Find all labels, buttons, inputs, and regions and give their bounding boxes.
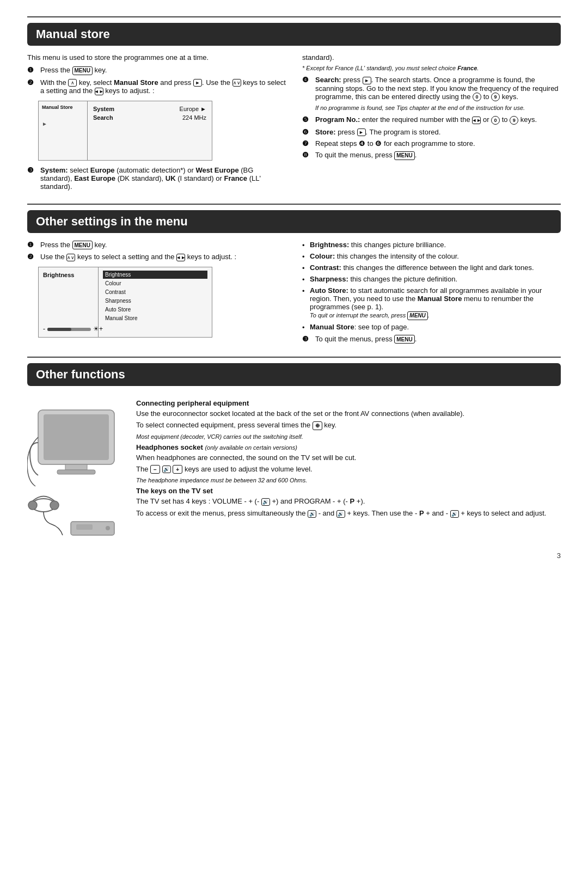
step-2-content: With the ∧ key, select Manual Store and … [40,78,286,95]
brightness-bar [47,328,91,331]
bullet-contrast-text: Contrast: this changes the difference be… [310,264,534,272]
step-3-num: ❸ [27,166,37,174]
search-right-arrow: ► [363,77,371,84]
brightness-label: Brightness [43,272,94,278]
other-settings-section: Other settings in the menu ❶ Press the M… [27,204,561,347]
bullet-contrast: • Contrast: this changes the difference … [302,264,561,272]
standard-note: standard). [302,53,561,62]
leftright-arrow: ◄► [95,88,103,95]
step-1: ❶ Press the MENU key. [27,66,286,75]
functions-text-content: Connecting peripheral equipment Use the … [136,399,561,541]
step-7: ❼ Repeat steps ❹ to ❻ for each programme… [302,139,561,148]
menu-sharpness: Sharpness [103,297,207,305]
step-4-num: ❹ [302,76,312,84]
step-3-content: System: select Europe (automatic detecti… [40,166,286,191]
no-programme-note: If no programme is found, see Tips chapt… [315,105,561,111]
brightness-row: - ☀ + [43,325,94,333]
search-value: 224 MHz [182,114,206,121]
bullet-dot-1: • [302,241,308,249]
bullet-autostore: • Auto Store: to start automatic search … [302,286,561,320]
step-5: ❺ Program No.: enter the required number… [302,115,561,125]
step-6-num: ❻ [302,128,312,136]
connecting-heading: Connecting peripheral equipment [136,399,561,407]
step-7-content: Repeat steps ❹ to ❻ for each programme t… [315,139,561,148]
menu-manualstore: Manual Store [103,314,207,322]
manual-store-content: This menu is used to store the programme… [27,53,561,194]
bullet-dot-5: • [302,287,308,295]
menu-brightness: Brightness [103,271,207,279]
step-5-content: Program No.: enter the required number w… [315,115,561,125]
step-8-num: ❽ [302,151,312,159]
search-label: Search [93,114,113,121]
headphones-para2: The − 🔊 + keys are used to adjust the vo… [136,465,561,474]
manual-store-right: standard). * Except for France (LL' stan… [302,53,561,194]
step-8: ❽ To quit the menus, press MENU. [302,151,561,160]
svg-rect-1 [44,414,109,460]
vol-sym-1: 🔊 [261,498,270,506]
diagram-left-label: Manual Store [42,105,84,110]
updown-arrow: ∧∨ [232,79,241,87]
plus-vol-key: + [173,465,182,474]
step-7-num: ❼ [302,139,312,148]
svg-rect-3 [57,470,95,474]
store-right-arrow: ► [357,128,366,136]
menu-key: MENU [72,66,93,75]
bullet-sharpness-text: Sharpness: this changes the picture defi… [310,275,457,283]
menu-key-3: MENU [72,241,93,249]
system-value: Europe ► [180,106,206,112]
menu-key-2: MENU [394,151,414,160]
menu-colour: Colour [103,279,207,287]
step-5-num: ❺ [302,115,312,124]
key-0: 0 [473,93,481,101]
bullet-colour-text: Colour: this changes the intensity of th… [310,252,459,260]
system-label: System [93,106,114,112]
headphones-para1: When headphones are connected, the sound… [136,454,561,462]
s-step-2-content: Use the ∧∨ keys to select a setting and … [40,253,286,261]
bullet-autostore-text: Auto Store: to start automatic search fo… [310,286,561,320]
connecting-para2: To select connected equipment, press sev… [136,421,561,430]
key-9: 9 [491,93,500,101]
s-step-2-num: ❷ [27,253,37,261]
bullet-colour: • Colour: this changes the intensity of … [302,252,561,261]
bullet-manualstore-text: Manual Store: see top of page. [310,323,409,331]
vol-icon: 🔊 [162,465,171,473]
step-3: ❸ System: select Europe (automatic detec… [27,166,286,191]
svg-rect-2 [65,464,87,470]
manual-store-diagram: Manual Store ► System Europe ► Search 22… [38,101,212,161]
diagram-row-search: Search 224 MHz [93,114,206,121]
s-step-1-content: Press the MENU key. [40,241,286,250]
s-step-3-content: To quit the menus, press MENU. [315,335,561,344]
diagram-right-panel: System Europe ► Search 224 MHz [88,101,212,160]
settings-diagram: Brightness - ☀ + Brightness Col [38,267,212,338]
bullet-dot-4: • [302,275,308,284]
bullet-brightness: • Brightness: this changes picture brill… [302,241,561,249]
vol-sym-3: 🔊 [336,510,345,518]
headphones-heading: Headphones socket [136,443,203,451]
key-9b: 9 [510,116,518,125]
settings-right-panel: Brightness Colour Contrast Sharpness Aut… [99,267,212,337]
bullet-dot-3: • [302,264,308,272]
diagram-row-system: System Europe ► [93,106,206,112]
connecting-para1: Use the euroconnector socket located at … [136,409,561,418]
manual-store-intro: This menu is used to store the programme… [27,53,286,62]
key-0b: 0 [491,116,500,125]
tv-keys-para2: To access or exit the menus, press simul… [136,509,561,518]
menu-contrast: Contrast [103,288,207,296]
updown-key: ∧∨ [66,254,75,261]
minus-vol-key: − [150,465,160,474]
svg-point-9 [106,526,110,530]
menu-key-inline: MENU [407,311,427,320]
menu-key-4: MENU [394,335,414,344]
svg-point-5 [28,501,37,510]
tv-keys-heading-wrap: The keys on the TV set [136,487,561,495]
connecting-para3: Most equipment (decoder, VCR) carries ou… [136,433,561,440]
other-functions-title: Other functions [27,363,561,386]
other-settings-title: Other settings in the menu [27,210,561,233]
diagram-arrow: ► [42,121,84,127]
lr-key-2: ◄► [176,254,185,261]
lr-key: ◄► [472,117,481,124]
step-6: ❻ Store: press ►. The program is stored. [302,128,561,137]
other-functions-section: Other functions [27,357,561,541]
headphones-heading-wrap: Headphones socket (only available on cer… [136,443,561,451]
svg-rect-8 [76,524,93,530]
